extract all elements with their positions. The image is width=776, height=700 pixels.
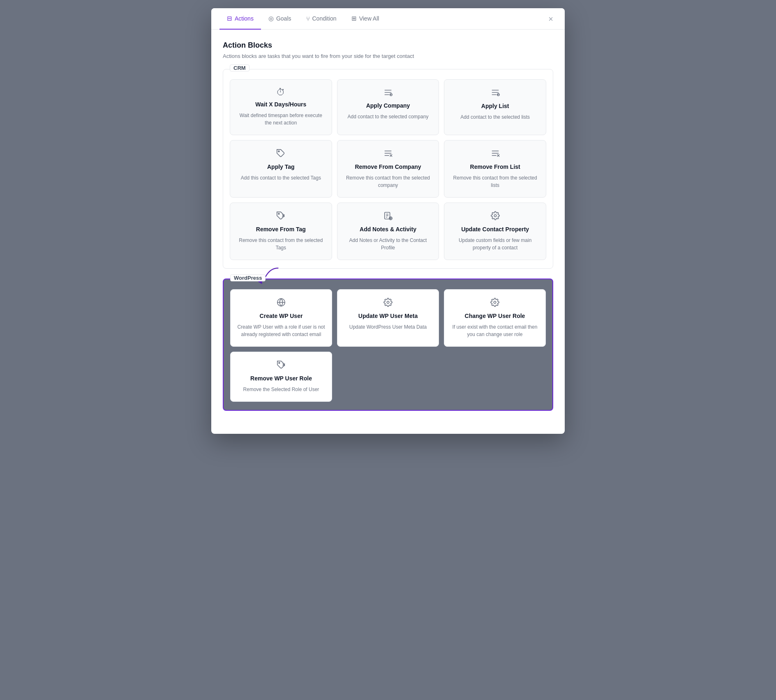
- tab-actions-label: Actions: [235, 15, 254, 22]
- add-notes-icon: [383, 211, 393, 222]
- wordpress-group-label: WordPress: [230, 274, 266, 281]
- card-remove-list[interactable]: Remove From List Remove this contact fro…: [444, 140, 546, 198]
- page-description: Actions blocks are tasks that you want t…: [223, 53, 553, 59]
- card-add-notes-title: Add Notes & Activity: [360, 226, 416, 233]
- card-apply-tag-desc: Add this contact to the selected Tags: [241, 174, 321, 182]
- svg-point-37: [387, 301, 389, 304]
- card-remove-wp-role[interactable]: Remove WP User Role Remove the Selected …: [230, 352, 332, 402]
- tab-goals[interactable]: ◎ Goals: [261, 8, 299, 30]
- tab-condition[interactable]: ⑂ Condition: [299, 9, 344, 30]
- card-remove-wp-role-desc: Remove the Selected Role of User: [243, 386, 319, 393]
- card-update-property-desc: Update custom fields or few main propert…: [451, 237, 539, 251]
- card-remove-company[interactable]: Remove From Company Remove this contact …: [337, 140, 439, 198]
- card-update-property[interactable]: Update Contact Property Update custom fi…: [444, 203, 546, 260]
- actions-icon: ⊟: [227, 15, 232, 22]
- tab-goals-label: Goals: [276, 15, 291, 22]
- card-remove-list-title: Remove From List: [470, 163, 520, 170]
- card-create-wp-user[interactable]: Create WP User Create WP User with a rol…: [230, 289, 332, 347]
- tab-view-all[interactable]: ⊞ View All: [344, 8, 387, 30]
- svg-point-12: [278, 151, 279, 152]
- svg-point-39: [279, 362, 280, 364]
- crm-group-label: CRM: [230, 64, 249, 71]
- remove-list-icon: [491, 149, 500, 159]
- card-apply-tag-title: Apply Tag: [267, 163, 295, 170]
- tab-bar: ⊟ Actions ◎ Goals ⑂ Condition ⊞ View All…: [211, 8, 565, 30]
- wordpress-action-grid: Create WP User Create WP User with a rol…: [230, 289, 546, 402]
- card-change-wp-role-desc: If user exist with the contact email the…: [451, 323, 539, 338]
- goals-icon: ◎: [268, 15, 274, 22]
- card-wait-title: Wait X Days/Hours: [255, 101, 306, 108]
- modal: ⊟ Actions ◎ Goals ⑂ Condition ⊞ View All…: [211, 8, 565, 434]
- main-content: Action Blocks Actions blocks are tasks t…: [211, 30, 565, 434]
- card-wait[interactable]: ⏱ Wait X Days/Hours Wait defined timespa…: [230, 79, 332, 135]
- card-apply-company-desc: Add contact to the selected company: [348, 113, 429, 120]
- card-update-wp-meta-desc: Update WordPress User Meta Data: [349, 323, 427, 331]
- card-update-property-title: Update Contact Property: [461, 226, 529, 233]
- card-remove-tag[interactable]: Remove From Tag Remove this contact from…: [230, 203, 332, 260]
- card-change-wp-role-title: Change WP User Role: [465, 313, 525, 319]
- svg-point-38: [494, 301, 496, 304]
- wait-icon: ⏱: [276, 88, 285, 97]
- page-title: Action Blocks: [223, 41, 553, 50]
- tab-actions[interactable]: ⊟ Actions: [219, 8, 261, 30]
- card-update-wp-meta[interactable]: Update WP User Meta Update WordPress Use…: [337, 289, 439, 347]
- condition-icon: ⑂: [306, 15, 310, 22]
- card-apply-list[interactable]: Apply List Add contact to the selected l…: [444, 79, 546, 135]
- view-all-icon: ⊞: [351, 15, 357, 22]
- close-button[interactable]: ×: [545, 12, 557, 26]
- card-create-wp-user-desc: Create WP User with a role if user is no…: [237, 323, 325, 338]
- svg-point-23: [278, 213, 279, 214]
- card-apply-company-title: Apply Company: [366, 102, 410, 109]
- remove-tag-icon: [276, 211, 285, 222]
- update-wp-meta-icon: [383, 298, 393, 309]
- card-remove-list-desc: Remove this contact from the selected li…: [451, 174, 539, 189]
- remove-wp-role-icon: [277, 360, 286, 371]
- card-create-wp-user-title: Create WP User: [260, 313, 303, 319]
- card-apply-company[interactable]: Apply Company Add contact to the selecte…: [337, 79, 439, 135]
- card-change-wp-role[interactable]: Change WP User Role If user exist with t…: [444, 289, 546, 347]
- card-remove-tag-desc: Remove this contact from the selected Ta…: [237, 237, 325, 251]
- tab-condition-label: Condition: [312, 15, 337, 22]
- wordpress-group: WordPress Create WP User Create WP User …: [223, 279, 553, 411]
- card-wait-desc: Wait defined timespan before execute the…: [237, 112, 325, 127]
- card-apply-list-title: Apply List: [481, 103, 509, 109]
- card-add-notes-desc: Add Notes or Activity to the Contact Pro…: [344, 237, 432, 251]
- card-update-wp-meta-title: Update WP User Meta: [358, 313, 418, 319]
- crm-group: CRM ⏱ Wait X Days/Hours Wait defined tim…: [223, 69, 553, 269]
- card-apply-tag[interactable]: Apply Tag Add this contact to the select…: [230, 140, 332, 198]
- card-apply-list-desc: Add contact to the selected lists: [460, 113, 530, 121]
- card-add-notes[interactable]: Add Notes & Activity Add Notes or Activi…: [337, 203, 439, 260]
- apply-list-icon: [491, 88, 500, 99]
- card-remove-company-desc: Remove this contact from the selected co…: [344, 174, 432, 189]
- update-property-icon: [491, 211, 500, 222]
- remove-company-icon: [383, 149, 393, 159]
- create-wp-user-icon: [277, 298, 286, 309]
- svg-point-33: [494, 214, 497, 217]
- change-wp-role-icon: [490, 298, 499, 309]
- card-remove-wp-role-title: Remove WP User Role: [250, 375, 312, 382]
- card-remove-company-title: Remove From Company: [355, 163, 421, 170]
- card-remove-tag-title: Remove From Tag: [256, 226, 306, 233]
- crm-action-grid: ⏱ Wait X Days/Hours Wait defined timespa…: [230, 79, 546, 260]
- apply-tag-icon: [276, 149, 285, 159]
- apply-company-icon: [383, 88, 393, 98]
- tab-view-all-label: View All: [359, 15, 379, 22]
